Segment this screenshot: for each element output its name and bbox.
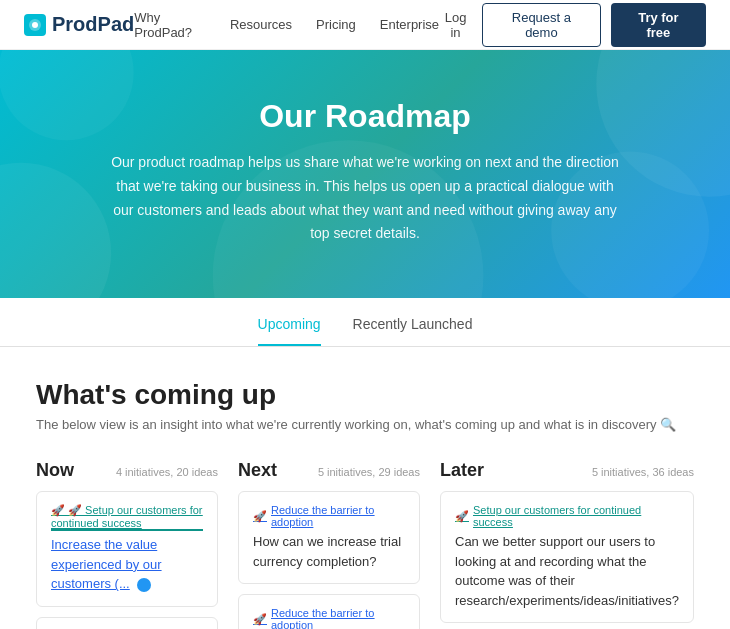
tab-upcoming[interactable]: Upcoming [258,316,321,346]
nav-actions: Log in Request a demo Try for free [439,3,706,47]
nav-link-pricing[interactable]: Pricing [316,17,356,32]
next-card-1: 🚀 Reduce the barrier to adoption How can… [238,491,420,584]
nav-links: Why ProdPad? Resources Pricing Enterpris… [134,10,439,40]
later-card-1-tag[interactable]: 🚀 Setup our customers for continued succ… [455,504,679,528]
column-next: Next 5 initiatives, 29 ideas 🚀 Reduce th… [238,460,420,629]
logo-text: ProdPad [52,13,134,36]
column-now-header: Now 4 initiatives, 20 ideas [36,460,218,481]
tab-recently-launched[interactable]: Recently Launched [353,316,473,346]
tabs-bar: Upcoming Recently Launched [0,298,730,347]
logo[interactable]: ProdPad [24,13,134,36]
next-card-2: 🚀 Reduce the barrier to adoption Improve… [238,594,420,629]
login-button[interactable]: Log in [439,10,472,40]
try-free-button[interactable]: Try for free [611,3,706,47]
now-card-1: 🚀 🚀 Setup our customers for continued su… [36,491,218,607]
now-card-1b: Improve frequency view to deliver better… [36,617,218,629]
nav-link-resources[interactable]: Resources [230,17,292,32]
later-card-1-text: Can we better support our users to looki… [455,532,679,610]
main-content: What's coming up The below view is an in… [0,347,730,629]
svg-point-1 [32,22,38,28]
section-subtitle: The below view is an insight into what w… [36,417,694,432]
section-title: What's coming up [36,379,694,411]
now-card-1-text: Increase the value experienced by our cu… [51,535,203,594]
hero-title: Our Roadmap [24,98,706,135]
column-next-header: Next 5 initiatives, 29 ideas [238,460,420,481]
column-later: Later 5 initiatives, 36 ideas 🚀 Setup ou… [440,460,694,629]
nav-link-why[interactable]: Why ProdPad? [134,10,206,40]
hero-description: Our product roadmap helps us share what … [105,151,625,246]
rocket-icon: 🚀 [51,504,65,516]
request-demo-button[interactable]: Request a demo [482,3,601,47]
rocket-icon-5: 🚀 [253,613,267,626]
hero-section: Our Roadmap Our product roadmap helps us… [0,50,730,298]
next-card-1-text: How can we increase trial currency compl… [253,532,405,571]
column-next-meta: 5 initiatives, 29 ideas [318,466,420,478]
next-card-1-tag[interactable]: 🚀 Reduce the barrier to adoption [253,504,405,528]
column-later-header: Later 5 initiatives, 36 ideas [440,460,694,481]
column-later-title: Later [440,460,484,481]
column-next-title: Next [238,460,277,481]
navbar: ProdPad Why ProdPad? Resources Pricing E… [0,0,730,50]
avatar-icon [137,578,151,592]
roadmap-columns: Now 4 initiatives, 20 ideas 🚀 🚀 Setup ou… [36,460,694,629]
logo-icon [24,14,46,36]
svg-point-2 [0,163,111,298]
nav-link-enterprise[interactable]: Enterprise [380,17,439,32]
column-later-meta: 5 initiatives, 36 ideas [592,466,694,478]
rocket-icon-7: 🚀 [455,510,469,523]
later-card-1: 🚀 Setup our customers for continued succ… [440,491,694,623]
column-now-title: Now [36,460,74,481]
column-now: Now 4 initiatives, 20 ideas 🚀 🚀 Setup ou… [36,460,218,629]
next-card-2-tag[interactable]: 🚀 Reduce the barrier to adoption [253,607,405,629]
column-now-meta: 4 initiatives, 20 ideas [116,466,218,478]
rocket-icon-4: 🚀 [253,510,267,523]
now-card-1-tag[interactable]: 🚀 🚀 Setup our customers for continued su… [51,504,203,531]
